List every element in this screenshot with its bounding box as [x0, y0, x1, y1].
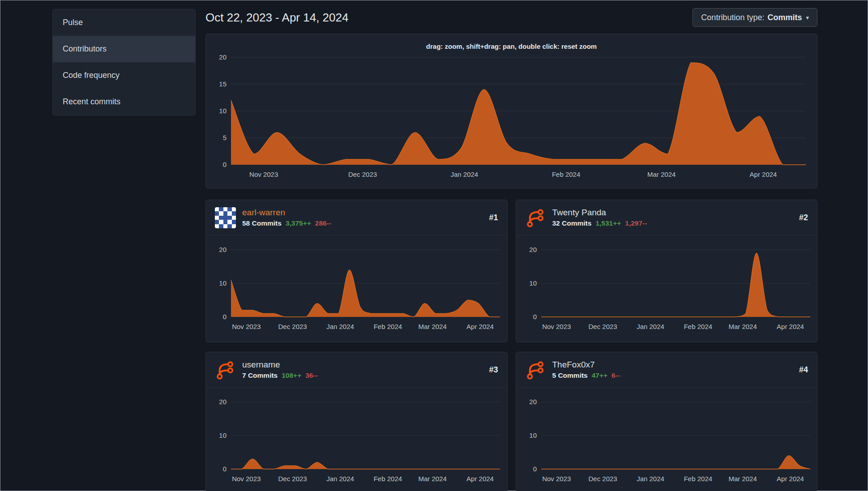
activity-nav: Pulse Contributors Code frequency Recent…: [52, 9, 196, 115]
contributor-avatar[interactable]: [525, 359, 546, 380]
contribution-type-value: Commits: [767, 13, 802, 22]
contributor-avatar[interactable]: [215, 207, 236, 228]
nav-item-pulse[interactable]: Pulse: [53, 9, 195, 36]
svg-text:Nov 2023: Nov 2023: [232, 475, 261, 482]
svg-text:Nov 2023: Nov 2023: [249, 171, 278, 178]
svg-text:20: 20: [529, 398, 537, 406]
svg-text:Apr 2024: Apr 2024: [466, 323, 494, 330]
svg-text:Apr 2024: Apr 2024: [750, 171, 777, 178]
commits-count: 7 Commits: [242, 371, 278, 380]
commits-count: 32 Commits: [552, 219, 592, 227]
deletions-count: 36--: [305, 371, 318, 380]
contributor-avatar[interactable]: [525, 207, 546, 228]
chart-zoom-hint: drag: zoom, shift+drag: pan, double clic…: [206, 34, 817, 55]
svg-text:Jan 2024: Jan 2024: [326, 475, 354, 482]
svg-text:10: 10: [529, 279, 537, 287]
contributor-identity: username 7 Commits 108++ 36--: [242, 360, 318, 380]
svg-text:10: 10: [219, 431, 227, 439]
svg-text:Apr 2024: Apr 2024: [466, 475, 494, 482]
svg-text:0: 0: [223, 465, 227, 473]
svg-text:Dec 2023: Dec 2023: [588, 323, 617, 330]
main-content: Oct 22, 2023 - Apr 14, 2024 Contribution…: [205, 0, 817, 491]
page-header: Oct 22, 2023 - Apr 14, 2024 Contribution…: [205, 8, 817, 27]
contributor-name: Twenty Panda: [552, 208, 606, 217]
svg-text:0: 0: [533, 313, 536, 320]
contributor-cards-grid: earl-warren 58 Commits 3,375++ 286-- #1 …: [205, 200, 817, 491]
deletions-count: 6--: [611, 371, 620, 380]
overall-activity-card: drag: zoom, shift+drag: pan, double clic…: [205, 34, 817, 188]
contributor-card: earl-warren 58 Commits 3,375++ 286-- #1 …: [205, 200, 508, 342]
contributor-stats: 7 Commits 108++ 36--: [242, 371, 318, 380]
contributor-activity-chart[interactable]: 01020Nov 2023Dec 2023Jan 2024Feb 2024Mar…: [206, 235, 507, 342]
overall-activity-chart[interactable]: 05101520Nov 2023Dec 2023Jan 2024Feb 2024…: [206, 55, 817, 188]
contributor-activity-chart[interactable]: 01020Nov 2023Dec 2023Jan 2024Feb 2024Mar…: [516, 388, 817, 491]
contributor-card: TheFox0x7 5 Commits 47++ 6-- #4 01020Nov…: [516, 352, 818, 491]
nav-item-contributors[interactable]: Contributors: [53, 36, 195, 62]
contributor-stats: 5 Commits 47++ 6--: [552, 371, 620, 380]
svg-text:Nov 2023: Nov 2023: [232, 323, 261, 330]
contributor-card: username 7 Commits 108++ 36-- #3 01020No…: [205, 352, 508, 491]
contributor-avatar[interactable]: [215, 359, 236, 380]
svg-text:Feb 2024: Feb 2024: [374, 475, 402, 482]
contributor-identity: Twenty Panda 32 Commits 1,531++ 1,297--: [552, 208, 647, 227]
svg-text:Apr 2024: Apr 2024: [777, 323, 804, 330]
svg-text:Mar 2024: Mar 2024: [728, 475, 757, 482]
svg-text:20: 20: [219, 246, 227, 253]
chevron-down-icon: ▾: [806, 14, 809, 21]
svg-text:20: 20: [529, 246, 537, 253]
contributor-name[interactable]: earl-warren: [242, 208, 285, 217]
rank-badge: #2: [799, 213, 808, 222]
svg-text:Jan 2024: Jan 2024: [637, 475, 664, 482]
svg-text:10: 10: [219, 107, 227, 115]
deletions-count: 1,297--: [625, 219, 647, 227]
svg-text:10: 10: [529, 431, 537, 439]
rank-badge: #1: [489, 213, 498, 222]
svg-text:20: 20: [219, 398, 227, 406]
additions-count: 1,531++: [595, 219, 621, 227]
svg-text:Mar 2024: Mar 2024: [647, 171, 676, 178]
svg-text:Dec 2023: Dec 2023: [348, 171, 377, 178]
commits-count: 5 Commits: [552, 371, 588, 380]
svg-text:Mar 2024: Mar 2024: [728, 323, 757, 330]
svg-text:Jan 2024: Jan 2024: [326, 323, 354, 330]
svg-text:Feb 2024: Feb 2024: [552, 171, 580, 178]
svg-text:0: 0: [223, 313, 227, 320]
nav-item-code-frequency[interactable]: Code frequency: [53, 62, 195, 89]
nav-item-recent-commits[interactable]: Recent commits: [53, 89, 195, 115]
contributor-stats: 32 Commits 1,531++ 1,297--: [552, 219, 647, 227]
contributor-activity-chart[interactable]: 01020Nov 2023Dec 2023Jan 2024Feb 2024Mar…: [206, 388, 507, 491]
svg-text:Feb 2024: Feb 2024: [684, 323, 712, 330]
contributor-activity-chart[interactable]: 01020Nov 2023Dec 2023Jan 2024Feb 2024Mar…: [516, 235, 817, 342]
contribution-type-dropdown[interactable]: Contribution type: Commits ▾: [693, 8, 817, 27]
svg-text:Apr 2024: Apr 2024: [777, 475, 804, 482]
commits-count: 58 Commits: [242, 219, 282, 227]
contributor-identity: earl-warren 58 Commits 3,375++ 286--: [242, 208, 331, 227]
svg-text:Nov 2023: Nov 2023: [542, 323, 571, 330]
contributor-card-header: TheFox0x7 5 Commits 47++ 6-- #4: [516, 352, 817, 388]
svg-text:20: 20: [219, 55, 227, 61]
svg-text:15: 15: [219, 80, 227, 88]
svg-text:Dec 2023: Dec 2023: [278, 475, 307, 482]
repo-activity-contributors-page: Pulse Contributors Code frequency Recent…: [0, 0, 868, 491]
contributor-name: TheFox0x7: [552, 360, 595, 369]
date-range-title: Oct 22, 2023 - Apr 14, 2024: [205, 11, 348, 25]
svg-text:Mar 2024: Mar 2024: [418, 323, 446, 330]
contributor-card: Twenty Panda 32 Commits 1,531++ 1,297-- …: [516, 200, 818, 342]
contributor-identity: TheFox0x7 5 Commits 47++ 6--: [552, 360, 620, 380]
deletions-count: 286--: [315, 219, 331, 227]
contributor-card-header: username 7 Commits 108++ 36-- #3: [206, 352, 507, 388]
rank-badge: #3: [489, 365, 498, 375]
svg-text:Nov 2023: Nov 2023: [542, 475, 571, 482]
svg-text:0: 0: [533, 465, 536, 473]
additions-count: 47++: [592, 371, 607, 380]
svg-text:Dec 2023: Dec 2023: [278, 323, 307, 330]
additions-count: 108++: [282, 371, 301, 380]
svg-text:5: 5: [223, 134, 227, 141]
svg-text:Dec 2023: Dec 2023: [588, 475, 617, 482]
svg-text:0: 0: [223, 161, 227, 168]
svg-text:Feb 2024: Feb 2024: [374, 323, 402, 330]
contributor-name: username: [242, 360, 280, 369]
svg-text:Mar 2024: Mar 2024: [418, 475, 446, 482]
contributor-card-header: Twenty Panda 32 Commits 1,531++ 1,297-- …: [516, 200, 817, 235]
svg-text:10: 10: [219, 279, 227, 287]
